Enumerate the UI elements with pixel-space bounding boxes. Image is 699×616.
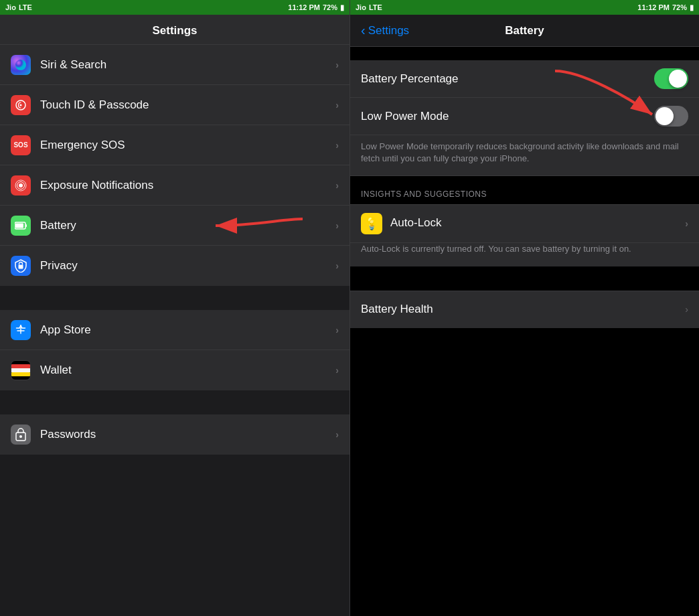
network-left: LTE — [19, 3, 32, 11]
svg-point-3 — [19, 183, 23, 187]
touchid-label: Touch ID & Passcode — [40, 98, 335, 112]
auto-lock-desc: Auto-Lock is currently turned off. You c… — [350, 243, 699, 266]
auto-lock-content: Auto-Lock — [390, 216, 685, 231]
settings-list: Siri & Search › Touch ID & Passcode › SO… — [0, 45, 350, 616]
right-status-left: Jio LTE — [356, 3, 382, 11]
carrier-right: Jio — [356, 3, 366, 11]
battery-health-row[interactable]: Battery Health › — [350, 291, 699, 328]
wallet-label: Wallet — [40, 364, 335, 377]
auto-lock-chevron: › — [685, 218, 688, 229]
passwords-label: Passwords — [40, 428, 335, 441]
svg-rect-10 — [19, 265, 23, 269]
svg-rect-8 — [26, 224, 27, 227]
battery-content: Battery Percentage Low Power Mode — [350, 47, 699, 616]
touchid-icon — [11, 95, 31, 115]
svg-point-16 — [19, 435, 22, 438]
section-divider-1 — [0, 286, 350, 310]
battery-icon-left: ▮ — [340, 3, 344, 12]
right-panel: Jio LTE 11:12 PM 72% ▮ ‹ Settings Batter… — [350, 0, 699, 616]
left-status-left: Jio LTE — [5, 3, 32, 11]
toggle-knob-percentage — [669, 70, 687, 88]
battery-percent-right: 72% — [672, 3, 687, 11]
siri-chevron: › — [335, 60, 339, 70]
exposure-icon — [11, 175, 31, 196]
appstore-label: App Store — [40, 323, 335, 337]
section-divider-2 — [0, 390, 350, 414]
siri-label: Siri & Search — [40, 58, 335, 72]
exposure-chevron: › — [335, 180, 339, 191]
appstore-chevron: › — [335, 325, 339, 335]
left-status-bar: Jio LTE 11:12 PM 72% ▮ — [0, 0, 350, 15]
sidebar-item-appstore[interactable]: App Store › — [0, 310, 350, 350]
battery-health-label: Battery Health — [361, 303, 433, 316]
touchid-chevron: › — [335, 100, 339, 110]
svg-rect-7 — [15, 223, 23, 228]
back-label: Settings — [368, 24, 409, 37]
auto-lock-row[interactable]: 💡 Auto-Lock › — [350, 205, 699, 243]
sos-chevron: › — [335, 140, 339, 151]
sidebar-item-exposure[interactable]: Exposure Notifications › — [0, 165, 350, 206]
time-left: 11:12 PM — [288, 3, 320, 11]
right-status-bar: Jio LTE 11:12 PM 72% ▮ — [350, 0, 699, 15]
lpm-desc-text: Low Power Mode temporarily reduces backg… — [361, 141, 679, 163]
battery-percentage-row[interactable]: Battery Percentage — [350, 60, 699, 98]
battery-percentage-label: Battery Percentage — [361, 72, 459, 86]
settings-section-1: Siri & Search › Touch ID & Passcode › SO… — [0, 45, 350, 286]
left-header: Settings — [0, 15, 350, 45]
svg-rect-14 — [11, 372, 30, 376]
toggle-knob-lpm — [655, 107, 674, 125]
svg-point-2 — [20, 104, 22, 106]
passwords-chevron: › — [335, 429, 339, 440]
network-right: LTE — [369, 3, 382, 11]
low-power-mode-label: Low Power Mode — [361, 110, 449, 123]
auto-lock-insight: 💡 Auto-Lock › Auto-Lock is currently tur… — [350, 204, 699, 266]
sidebar-item-passwords[interactable]: Passwords › — [0, 414, 350, 455]
settings-section-2: App Store › Wallet › — [0, 310, 350, 390]
svg-rect-13 — [11, 368, 30, 372]
sidebar-item-touchid[interactable]: Touch ID & Passcode › — [0, 85, 350, 125]
low-power-mode-row[interactable]: Low Power Mode — [350, 98, 699, 135]
battery-percentage-toggle[interactable] — [654, 68, 688, 89]
auto-lock-icon: 💡 — [361, 213, 382, 234]
low-power-mode-description: Low Power Mode temporarily reduces backg… — [350, 135, 699, 176]
sidebar-item-siri[interactable]: Siri & Search › — [0, 45, 350, 85]
battery-icon — [11, 216, 31, 236]
back-chevron-icon: ‹ — [361, 23, 366, 38]
time-right: 11:12 PM — [637, 3, 670, 11]
battery-health-chevron: › — [685, 304, 688, 315]
svg-point-0 — [15, 60, 26, 70]
sidebar-item-battery[interactable]: Battery › — [0, 206, 350, 246]
wallet-icon — [11, 360, 31, 380]
privacy-icon — [11, 256, 31, 276]
wallet-chevron: › — [335, 365, 339, 376]
siri-icon — [11, 55, 31, 75]
sos-icon: SOS — [11, 135, 31, 155]
battery-chevron: › — [335, 220, 339, 231]
battery-page-title: Battery — [505, 24, 544, 37]
low-power-mode-toggle[interactable] — [654, 106, 688, 127]
sidebar-item-privacy[interactable]: Privacy › — [0, 246, 350, 286]
carrier-left: Jio — [5, 3, 16, 11]
back-button[interactable]: ‹ Settings — [361, 23, 409, 38]
settings-title: Settings — [152, 24, 197, 37]
sos-label: Emergency SOS — [40, 139, 335, 152]
left-status-right: 11:12 PM 72% ▮ — [288, 3, 344, 12]
privacy-chevron: › — [335, 260, 339, 271]
auto-lock-title: Auto-Lock — [390, 216, 685, 230]
sidebar-item-wallet[interactable]: Wallet › — [0, 350, 350, 390]
privacy-label: Privacy — [40, 259, 335, 273]
top-spacer — [350, 47, 699, 60]
left-panel: Jio LTE 11:12 PM 72% ▮ Settings Siri & S… — [0, 0, 350, 616]
battery-label: Battery — [40, 219, 335, 232]
battery-icon-right: ▮ — [690, 3, 694, 12]
insights-header: INSIGHTS AND SUGGESTIONS — [350, 176, 699, 204]
battery-percent-left: 72% — [323, 3, 337, 11]
right-status-right: 11:12 PM 72% ▮ — [637, 3, 694, 12]
right-header: ‹ Settings Battery — [350, 15, 699, 47]
settings-section-3: Passwords › — [0, 414, 350, 455]
right-header-wrapper: ‹ Settings Battery — [361, 16, 688, 46]
passwords-icon — [11, 425, 31, 445]
svg-rect-12 — [11, 364, 30, 368]
sidebar-item-sos[interactable]: SOS Emergency SOS › — [0, 125, 350, 165]
appstore-icon — [11, 320, 31, 340]
